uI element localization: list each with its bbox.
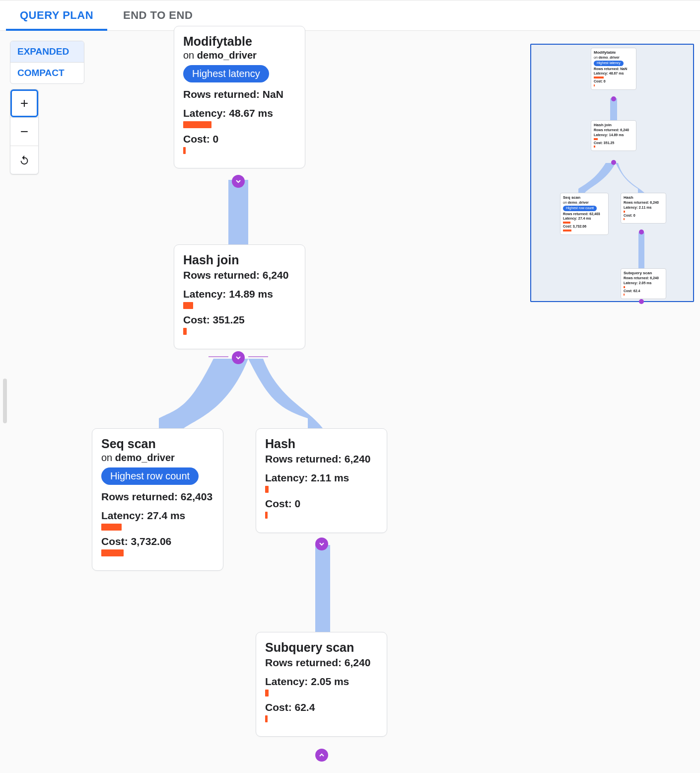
mm-node-modifytable: Modifytable on demo_driver Highest laten… <box>591 48 636 90</box>
badge-highest-latency: Highest latency <box>183 65 269 82</box>
latency-bar <box>183 302 296 309</box>
stat-rows: Rows returned: 6,240 <box>183 269 296 281</box>
collapse-toggle[interactable] <box>315 749 328 762</box>
collapse-toggle[interactable] <box>315 538 328 550</box>
cost-bar <box>183 328 296 335</box>
cost-bar <box>265 512 378 519</box>
node-seqscan[interactable]: Seq scan on demo_driver Highest row coun… <box>92 428 223 571</box>
stat-rows: Rows returned: 6,240 <box>265 453 378 465</box>
node-table: on demo_driver <box>101 452 214 464</box>
stat-latency: Latency: 48.67 ms <box>183 107 296 119</box>
mm-node-hash: Hash Rows returned: 6,240 Latency: 2.11 … <box>621 193 666 224</box>
stat-cost: Cost: 62.4 <box>265 701 378 713</box>
toggle-expanded[interactable]: EXPANDED <box>10 41 84 62</box>
stat-latency: Latency: 27.4 ms <box>101 510 214 522</box>
cost-bar <box>101 549 214 556</box>
chevron-down-icon <box>318 540 326 548</box>
stat-rows: Rows returned: NaN <box>183 88 296 100</box>
latency-bar <box>183 121 296 128</box>
chevron-up-icon <box>318 751 326 759</box>
tab-query-plan[interactable]: QUERY PLAN <box>20 0 93 30</box>
view-toggle: EXPANDED COMPACT <box>10 41 84 84</box>
view-controls: EXPANDED COMPACT + − <box>10 41 84 174</box>
node-title: Subquery scan <box>265 640 378 655</box>
mm-collapse-toggle <box>639 299 644 304</box>
node-title: Modifytable <box>183 34 296 49</box>
mm-node-seqscan: Seq scan on demo_driver Highest row coun… <box>560 193 609 235</box>
stat-cost: Cost: 0 <box>183 133 296 145</box>
stat-cost: Cost: 351.25 <box>183 314 296 326</box>
node-hashjoin[interactable]: Hash join Rows returned: 6,240 Latency: … <box>174 244 305 349</box>
node-modifytable[interactable]: Modifytable on demo_driver Highest laten… <box>174 26 305 168</box>
stat-latency: Latency: 2.05 ms <box>265 676 378 688</box>
stat-cost: Cost: 0 <box>265 498 378 510</box>
minimap[interactable]: Modifytable on demo_driver Highest laten… <box>530 44 694 302</box>
latency-bar <box>265 690 378 696</box>
zoom-out-button[interactable]: − <box>10 118 38 146</box>
refresh-icon <box>19 155 30 165</box>
collapse-toggle[interactable] <box>232 351 245 364</box>
mm-node-subquery: Subquery scan Rows returned: 6,240 Laten… <box>621 268 666 299</box>
node-title: Hash join <box>183 253 296 267</box>
node-table: on demo_driver <box>183 50 296 61</box>
node-subquery[interactable]: Subquery scan Rows returned: 6,240 Laten… <box>256 632 387 737</box>
mm-collapse-toggle <box>611 96 616 101</box>
node-hash[interactable]: Hash Rows returned: 6,240 Latency: 2.11 … <box>256 428 387 533</box>
latency-bar <box>265 486 378 493</box>
cost-bar <box>183 147 296 154</box>
mm-node-hashjoin: Hash join Rows returned: 6,240 Latency: … <box>591 120 636 151</box>
cost-bar <box>265 715 378 722</box>
mm-collapse-toggle <box>639 230 644 234</box>
scrollbar-thumb[interactable] <box>3 379 7 423</box>
tab-bar: QUERY PLAN END TO END <box>0 0 700 31</box>
toggle-compact[interactable]: COMPACT <box>10 63 84 83</box>
node-title: Seq scan <box>101 437 214 451</box>
node-title: Hash <box>265 437 378 451</box>
mm-collapse-toggle <box>611 160 616 165</box>
chevron-down-icon <box>234 354 242 362</box>
stat-rows: Rows returned: 6,240 <box>265 657 378 669</box>
collapse-toggle[interactable] <box>232 175 245 188</box>
stat-latency: Latency: 2.11 ms <box>265 472 378 484</box>
zoom-controls: + − <box>10 89 39 174</box>
chevron-down-icon <box>234 177 242 185</box>
reset-view-button[interactable] <box>10 146 38 174</box>
stat-latency: Latency: 14.89 ms <box>183 288 296 300</box>
zoom-in-button[interactable]: + <box>10 89 38 117</box>
stat-rows: Rows returned: 62,403 <box>101 491 214 503</box>
latency-bar <box>101 524 214 531</box>
badge-highest-row-count: Highest row count <box>101 467 199 485</box>
stat-cost: Cost: 3,732.06 <box>101 536 214 547</box>
